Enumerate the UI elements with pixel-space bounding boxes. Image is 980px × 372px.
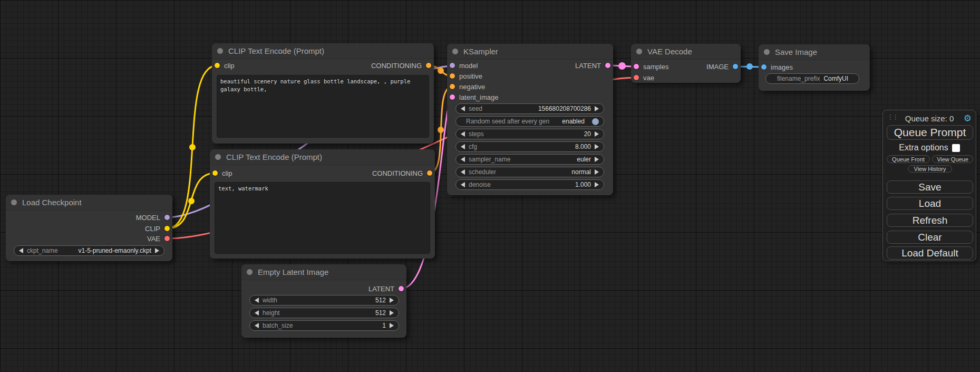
sampler-name-widget[interactable]: sampler_name euler — [455, 154, 604, 165]
conditioning-slot-dot[interactable] — [427, 170, 432, 176]
increment-arrow-icon[interactable] — [595, 182, 599, 187]
decrement-arrow-icon[interactable] — [255, 298, 259, 303]
output-slot-latent[interactable]: LATENT — [368, 284, 404, 293]
vae-slot-dot[interactable] — [164, 236, 170, 241]
collapse-dot-icon[interactable] — [764, 49, 770, 55]
view-queue-button[interactable]: View Queue — [932, 155, 973, 163]
load-button[interactable]: Load — [887, 197, 973, 210]
vae-slot-dot[interactable] — [634, 75, 639, 80]
collapse-dot-icon[interactable] — [215, 154, 221, 160]
decrement-arrow-icon[interactable] — [461, 169, 465, 175]
input-slot-images[interactable]: images — [761, 62, 793, 72]
width-widget[interactable]: width 512 — [249, 295, 399, 306]
clip-slot-dot[interactable] — [164, 226, 170, 231]
increment-arrow-icon[interactable] — [595, 169, 599, 175]
input-slot-vae[interactable]: vae — [634, 73, 654, 82]
node-title-bar[interactable]: Empty Latent Image — [241, 264, 406, 280]
node-title-bar[interactable]: Save Image — [759, 44, 870, 60]
input-slot-samples[interactable]: samples — [634, 62, 668, 71]
latent-slot-dot[interactable] — [450, 94, 455, 100]
decrement-arrow-icon[interactable] — [461, 157, 465, 162]
input-slot-clip[interactable]: clip — [215, 61, 235, 70]
toggle-knob-icon[interactable] — [592, 118, 599, 125]
latent-slot-dot[interactable] — [605, 63, 610, 68]
collapse-dot-icon[interactable] — [217, 48, 223, 54]
model-slot-dot[interactable] — [164, 215, 170, 220]
batch-size-widget[interactable]: batch_size 1 — [249, 320, 399, 331]
node-title-bar[interactable]: VAE Decode — [631, 44, 741, 60]
view-history-button[interactable]: View History — [908, 165, 952, 173]
clear-button[interactable]: Clear — [887, 231, 973, 244]
filename-prefix-widget[interactable]: filename_prefix ComfyUI — [765, 73, 859, 84]
node-empty-latent-image[interactable]: Empty Latent Image LATENT width 512 heig… — [241, 264, 406, 338]
refresh-button[interactable]: Refresh — [887, 214, 973, 227]
output-slot-conditioning[interactable]: CONDITIONING — [372, 168, 432, 178]
node-ksampler[interactable]: KSampler model positive negative latent_… — [447, 44, 613, 195]
conditioning-slot-dot[interactable] — [426, 63, 431, 68]
increment-arrow-icon[interactable] — [390, 298, 394, 303]
node-title-bar[interactable]: KSampler — [447, 44, 613, 60]
increment-arrow-icon[interactable] — [390, 323, 394, 328]
input-slot-clip[interactable]: clip — [212, 168, 232, 178]
decrement-arrow-icon[interactable] — [461, 106, 465, 111]
ckpt-name-widget[interactable]: ckpt_name v1-5-pruned-emaonly.ckpt — [14, 245, 164, 256]
node-graph-canvas[interactable]: Load Checkpoint MODEL CLIP VAE ckpt_name… — [0, 0, 980, 372]
node-title-bar[interactable]: CLIP Text Encode (Prompt) — [212, 43, 434, 59]
latent-slot-dot[interactable] — [634, 64, 639, 69]
node-vae-decode[interactable]: VAE Decode samples vae IMAGE — [631, 44, 741, 83]
clip-slot-dot[interactable] — [215, 63, 220, 68]
save-button[interactable]: Save — [887, 180, 973, 194]
clip-slot-dot[interactable] — [212, 170, 218, 176]
increment-arrow-icon[interactable] — [155, 248, 159, 253]
positive-prompt-textarea[interactable]: beautiful scenery nature glass bottle la… — [217, 75, 429, 138]
output-slot-latent[interactable]: LATENT — [575, 61, 610, 70]
input-slot-latent-image[interactable]: latent_image — [450, 92, 498, 102]
increment-arrow-icon[interactable] — [595, 131, 599, 137]
drag-handle-icon[interactable]: ⋮⋮ — [887, 113, 898, 121]
denoise-widget[interactable]: denoise 1.000 — [455, 179, 604, 190]
latent-slot-dot[interactable] — [399, 286, 404, 291]
scheduler-widget[interactable]: scheduler normal — [455, 167, 604, 177]
conditioning-slot-dot[interactable] — [450, 84, 455, 89]
increment-arrow-icon[interactable] — [390, 310, 394, 316]
image-slot-dot[interactable] — [733, 64, 738, 69]
seed-widget[interactable]: seed 156680208700286 — [455, 103, 604, 114]
node-load-checkpoint[interactable]: Load Checkpoint MODEL CLIP VAE ckpt_name… — [6, 195, 172, 261]
input-slot-positive[interactable]: positive — [450, 71, 482, 81]
node-title-bar[interactable]: CLIP Text Encode (Prompt) — [210, 149, 435, 165]
decrement-arrow-icon[interactable] — [461, 131, 465, 137]
extra-options-checkbox[interactable] — [952, 144, 960, 152]
conditioning-slot-dot[interactable] — [450, 73, 455, 79]
collapse-dot-icon[interactable] — [452, 49, 458, 54]
node-title-bar[interactable]: Load Checkpoint — [6, 195, 172, 211]
decrement-arrow-icon[interactable] — [461, 182, 465, 187]
increment-arrow-icon[interactable] — [595, 157, 599, 162]
collapse-dot-icon[interactable] — [247, 269, 253, 275]
queue-front-button[interactable]: Queue Front — [887, 155, 930, 163]
output-slot-vae[interactable]: VAE — [147, 234, 170, 243]
decrement-arrow-icon[interactable] — [19, 248, 23, 253]
random-seed-toggle-widget[interactable]: Random seed after every gen enabled — [455, 116, 604, 127]
decrement-arrow-icon[interactable] — [461, 144, 465, 149]
image-slot-dot[interactable] — [761, 64, 766, 70]
gear-icon[interactable]: ⚙ — [964, 113, 972, 124]
load-default-button[interactable]: Load Default — [887, 246, 973, 260]
output-slot-image[interactable]: IMAGE — [706, 62, 738, 71]
node-clip-text-encode-positive[interactable]: CLIP Text Encode (Prompt) clip CONDITION… — [212, 43, 434, 144]
decrement-arrow-icon[interactable] — [255, 310, 259, 316]
node-clip-text-encode-negative[interactable]: CLIP Text Encode (Prompt) clip CONDITION… — [210, 149, 435, 259]
cfg-widget[interactable]: cfg 8.000 — [455, 141, 604, 152]
decrement-arrow-icon[interactable] — [255, 323, 259, 328]
queue-prompt-button[interactable]: Queue Prompt — [887, 125, 973, 140]
input-slot-negative[interactable]: negative — [450, 82, 485, 91]
collapse-dot-icon[interactable] — [11, 199, 17, 205]
height-widget[interactable]: height 512 — [249, 308, 399, 318]
model-slot-dot[interactable] — [450, 63, 455, 68]
collapse-dot-icon[interactable] — [636, 49, 642, 54]
output-slot-model[interactable]: MODEL — [136, 213, 170, 222]
node-save-image[interactable]: Save Image images filename_prefix ComfyU… — [759, 44, 870, 91]
steps-widget[interactable]: steps 20 — [455, 129, 604, 139]
output-slot-clip[interactable]: CLIP — [145, 224, 170, 233]
output-slot-conditioning[interactable]: CONDITIONING — [371, 61, 431, 70]
increment-arrow-icon[interactable] — [595, 106, 599, 111]
